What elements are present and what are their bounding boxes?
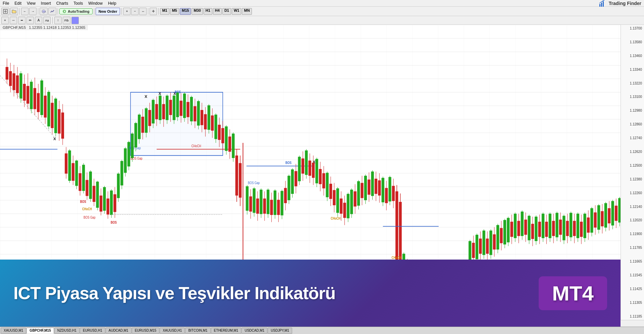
svg-rect-121 [135, 123, 137, 148]
svg-rect-372 [594, 212, 597, 227]
tf-m30[interactable]: M30 [192, 8, 203, 15]
indicator-btn[interactable] [48, 8, 56, 15]
price-11: 1.12500 [622, 164, 643, 167]
svg-rect-259 [364, 176, 367, 200]
tab-gbpchf-m15[interactable]: GBPCHF,M15 [26, 328, 54, 334]
svg-rect-378 [604, 203, 607, 228]
svg-rect-240 [333, 190, 335, 205]
svg-rect-131 [152, 100, 154, 123]
tf-h1[interactable]: H1 [204, 8, 212, 15]
trading-finder-icon [599, 0, 607, 7]
tab-eurusd-h1[interactable]: EURUSD,H1 [80, 328, 105, 334]
forward-btn[interactable]: → [29, 8, 37, 15]
svg-rect-306 [479, 238, 482, 254]
svg-rect-324 [510, 222, 513, 237]
svg-rect-275 [392, 186, 395, 201]
svg-rect-129 [148, 110, 151, 126]
svg-text:CHoCH: CHoCH [392, 256, 401, 260]
tab-xauusd-h1[interactable]: XAUUSD,H1 [160, 328, 185, 334]
svg-rect-74 [72, 163, 74, 181]
tf-m15[interactable]: M15 [180, 8, 191, 15]
svg-rect-318 [500, 228, 502, 243]
tab-usdcad-m1[interactable]: USDCAD,M1 [241, 328, 267, 334]
crosshair-btn[interactable]: ✛ [150, 8, 157, 15]
tf-w1[interactable]: W1 [232, 8, 241, 15]
crosshair2-btn[interactable]: + [1, 17, 9, 24]
new-chart-btn[interactable] [1, 8, 9, 15]
zoom-out-btn[interactable]: − [131, 8, 139, 15]
menu-insert[interactable]: Insert [41, 1, 51, 6]
tf-h4[interactable]: H4 [213, 8, 222, 15]
svg-rect-232 [319, 169, 322, 184]
tab-eurusd-m15[interactable]: EURUSD,M15 [132, 328, 159, 334]
svg-rect-368 [587, 218, 590, 233]
line-btn[interactable]: ─ [10, 17, 17, 24]
svg-rect-151 [186, 102, 189, 117]
tab-nzdusd-h1[interactable]: NZDUSD,H1 [54, 328, 79, 334]
hline-btn[interactable]: ━ [18, 17, 25, 24]
svg-rect-271 [385, 188, 388, 203]
svg-rect-153 [190, 97, 193, 121]
menu-file[interactable]: File [3, 1, 9, 6]
menu-tools[interactable]: Tools [73, 1, 83, 6]
svg-rect-38 [12, 73, 15, 90]
label-btn[interactable]: Aa [43, 17, 51, 24]
draw-btn[interactable]: ✏ [26, 17, 34, 24]
svg-rect-382 [611, 201, 614, 225]
logo-text: Trading Finder [609, 1, 641, 6]
svg-rect-328 [517, 221, 520, 236]
arr-btn[interactable]: ↑ [54, 17, 62, 24]
svg-rect-70 [65, 153, 67, 173]
svg-rect-78 [79, 173, 82, 191]
svg-rect-244 [340, 199, 342, 214]
svg-rect-304 [476, 235, 478, 259]
expert-btn[interactable]: EA [40, 8, 48, 15]
price-5: 1.13220 [622, 81, 643, 85]
scroll-btn[interactable]: ↔ [139, 8, 147, 15]
menu-view[interactable]: View [27, 1, 36, 6]
svg-rect-133 [155, 104, 158, 119]
zoom-in-btn[interactable]: + [123, 8, 130, 15]
tf-mn[interactable]: MN [242, 8, 252, 15]
svg-rect-255 [357, 181, 360, 206]
svg-rect-384 [615, 206, 618, 221]
auto-trading-btn[interactable]: AutoTrading [59, 8, 93, 14]
price-13: 1.12260 [622, 191, 643, 195]
tf-m1[interactable]: M1 [160, 8, 169, 15]
menu-edit[interactable]: Edit [14, 1, 21, 6]
tab-bitcoin-m1[interactable]: BITCOIN,M1 [185, 328, 210, 334]
tab-usdjpy-m1[interactable]: USDJPY,M1 [268, 328, 292, 334]
svg-rect-273 [388, 177, 391, 202]
open-btn[interactable] [10, 8, 18, 15]
price-14: 1.12140 [622, 205, 643, 209]
price-3: 1.13460 [622, 54, 643, 58]
tab-ethereum-m1[interactable]: ETHEREUM,M1 [211, 328, 241, 334]
tf-d1[interactable]: D1 [222, 8, 231, 15]
sep-8 [52, 17, 53, 24]
price-1: 1.13700 [622, 26, 643, 30]
text-btn[interactable]: A [35, 17, 42, 24]
svg-rect-336 [531, 224, 534, 239]
svg-rect-188 [249, 197, 252, 212]
svg-rect-346 [549, 214, 551, 238]
tab-audcad-m1[interactable]: AUDCAD,M1 [106, 328, 131, 334]
svg-rect-208 [277, 200, 280, 215]
svg-rect-115 [127, 142, 130, 166]
back-btn[interactable]: ← [21, 8, 29, 15]
menu-help[interactable]: Help [108, 1, 116, 6]
price-18: 1.11665 [622, 260, 643, 263]
price-8: 1.12860 [622, 122, 643, 126]
menu-window[interactable]: Window [88, 1, 103, 6]
fib-btn[interactable]: Fib [63, 17, 70, 24]
svg-rect-312 [489, 230, 492, 255]
menu-charts[interactable]: Charts [56, 1, 68, 6]
tf-m5[interactable]: M5 [170, 8, 179, 15]
svg-rect-238 [329, 184, 332, 199]
svg-rect-192 [256, 199, 259, 214]
new-order-btn[interactable]: New Order [96, 8, 120, 15]
tab-xauusd-m1[interactable]: XAUUSD,M1 [1, 328, 26, 334]
chart-area: GBPCHF,M15 1.12355 1.12418 1.12353 1.123… [0, 25, 644, 327]
color-btn[interactable] [71, 17, 79, 24]
svg-rect-314 [493, 234, 496, 249]
svg-rect-348 [552, 221, 555, 236]
